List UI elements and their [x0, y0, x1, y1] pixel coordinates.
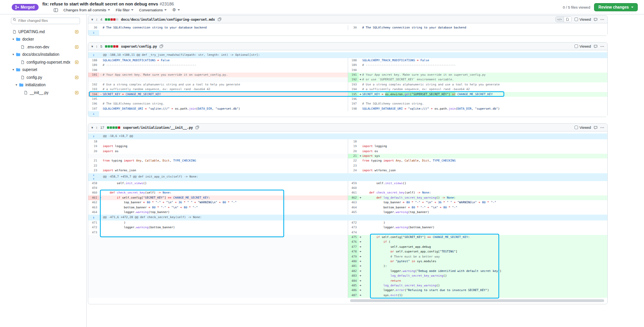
line-number[interactable]: 18	[348, 139, 359, 144]
expand-context-icon[interactable]: ↑	[93, 53, 95, 57]
line-number[interactable]: 30	[88, 25, 99, 30]
code-line[interactable]: import logging	[359, 144, 607, 149]
viewed-checkbox[interactable]: Viewed	[575, 18, 591, 21]
code-line[interactable]: # a sufficiently random sequence, ex: op…	[99, 87, 348, 92]
code-line[interactable]: SQLALCHEMY_DATABASE_URI = "sqlite:///" +…	[359, 107, 607, 111]
code-line[interactable]: # The SQLAlchemy connection string.	[99, 101, 348, 106]
line-number[interactable]: 20	[88, 149, 99, 154]
code-line[interactable]	[359, 97, 607, 101]
code-line[interactable]: + # There must be a better way	[359, 254, 607, 259]
line-number[interactable]: 458	[88, 181, 99, 186]
line-number[interactable]: 460	[88, 190, 99, 195]
line-number[interactable]: 460	[348, 186, 359, 190]
checkbox-icon[interactable]	[575, 18, 578, 21]
line-number[interactable]: 459	[348, 181, 359, 186]
line-number[interactable]: 189	[88, 63, 99, 68]
file-path[interactable]: docs/docs/installation/configuring-super…	[121, 18, 215, 21]
code-line[interactable]: def check_secret_key(self) -> None:	[359, 190, 607, 195]
line-number[interactable]: 22	[88, 164, 99, 168]
line-number[interactable]: 20	[348, 149, 359, 154]
line-number[interactable]: 189	[348, 63, 359, 68]
line-number[interactable]: 478	[348, 249, 359, 254]
horizontal-scrollbar[interactable]	[350, 299, 604, 302]
collapse-file-icon[interactable]: ▾	[91, 44, 93, 48]
line-number[interactable]: 481	[348, 264, 359, 268]
line-number[interactable]: 19	[88, 144, 99, 149]
code-line[interactable]	[359, 186, 607, 190]
line-number[interactable]: 464	[88, 210, 99, 215]
line-number[interactable]: 23	[88, 168, 99, 173]
diff-settings-gear[interactable]: ⚙	[172, 7, 180, 12]
expand-down-icon[interactable]: ↓	[88, 111, 99, 117]
line-number[interactable]: 24	[348, 168, 359, 173]
tree-folder-docs/docs/installation[interactable]: ▾docs/docs/installation	[11, 51, 80, 59]
line-number[interactable]: 462	[348, 195, 359, 200]
code-line[interactable]: def check_secret_key(self) -> None:	[99, 190, 348, 195]
line-number[interactable]: 475	[348, 235, 359, 240]
code-line[interactable]	[359, 230, 607, 235]
sidebar-toggle-icon[interactable]	[53, 8, 58, 12]
checkbox-icon[interactable]	[575, 44, 578, 48]
tree-folder-superset[interactable]: ▾superset	[11, 66, 80, 74]
line-number[interactable]: 484	[348, 279, 359, 283]
code-line[interactable]: # Use a strong complex alphanumeric stri…	[359, 82, 607, 87]
code-line[interactable]: SQLALCHEMY_TRACK_MODIFICATIONS = False	[359, 58, 607, 63]
file-filter-dropdown[interactable]: File filter	[116, 8, 133, 12]
code-line[interactable]	[99, 186, 348, 190]
copy-path-button[interactable]	[196, 126, 199, 129]
review-changes-button[interactable]: Review changes	[594, 3, 638, 11]
code-line[interactable]: + self.superset_app.debug	[359, 245, 607, 249]
code-line[interactable]: # The SQLAlchemy connection string to yo…	[359, 25, 607, 30]
line-number[interactable]: 461	[348, 190, 359, 195]
line-number[interactable]: 480	[348, 259, 359, 264]
line-number[interactable]: 463	[348, 200, 359, 205]
code-line[interactable]: # The SQLAlchemy connection string.	[359, 101, 607, 106]
line-number[interactable]: 459	[88, 186, 99, 190]
viewed-checkbox[interactable]: Viewed	[575, 126, 591, 130]
code-line[interactable]: +# Your App secret key. Make sure you ov…	[359, 73, 607, 77]
unfold-all-icon[interactable]: ↕	[96, 126, 98, 130]
line-number[interactable]: 198	[348, 107, 359, 111]
source-diff-button[interactable]: </>	[556, 17, 564, 22]
expand-context-icon[interactable]: ↓	[93, 173, 95, 177]
line-number[interactable]: 483	[348, 274, 359, 278]
line-number[interactable]: 188	[88, 58, 99, 63]
comment-button[interactable]	[594, 44, 598, 48]
line-number[interactable]: 472	[88, 225, 99, 230]
code-line[interactable]: from typing import Any, Callable, Dict, …	[359, 158, 607, 163]
tree-file-configuring-superset.mdx[interactable]: configuring-superset.mdx	[11, 59, 80, 66]
copy-path-button[interactable]	[160, 44, 163, 48]
code-line[interactable]: # --------------------------------------…	[359, 63, 607, 68]
line-number[interactable]: 195	[88, 97, 99, 101]
comment-button[interactable]	[594, 126, 598, 130]
code-line[interactable]: + if self.config["SECRET_KEY"] == CHANGE…	[359, 235, 607, 240]
code-line[interactable]: logger.warning(top_banner)	[359, 210, 607, 215]
code-line[interactable]: SQLALCHEMY_TRACK_MODIFICATIONS = False	[99, 58, 348, 63]
line-number[interactable]: 197	[88, 107, 99, 111]
line-number[interactable]: 482	[348, 269, 359, 274]
code-line[interactable]: +# or use `SUPERSET_SECRET_KEY` environm…	[359, 77, 607, 82]
tree-folder-docker[interactable]: ▾docker	[11, 36, 80, 43]
file-options-button[interactable]	[600, 126, 604, 130]
viewed-checkbox[interactable]: Viewed	[575, 44, 591, 48]
code-line[interactable]: -SECRET_KEY = CHANGE_ME_SECRET_KEY	[99, 92, 348, 97]
line-number[interactable]: 18	[88, 139, 99, 144]
unfold-all-icon[interactable]: ↕	[96, 18, 98, 21]
line-number[interactable]: 194	[348, 87, 359, 92]
line-number[interactable]: 197	[348, 101, 359, 106]
line-number[interactable]: 464	[348, 205, 359, 210]
conversations-dropdown[interactable]: Conversations	[139, 8, 167, 12]
code-line[interactable]: + log_default_secret_key_warning()	[359, 283, 607, 288]
line-number[interactable]: 476	[348, 240, 359, 244]
code-line[interactable]: logger.warning(bottom_banner)	[99, 225, 348, 230]
expand-context-icon[interactable]: ↑	[93, 177, 95, 181]
code-line[interactable]: import wtforms_json	[359, 168, 607, 173]
code-line[interactable]: self.init_views()	[99, 181, 348, 186]
line-number[interactable]: 474	[348, 230, 359, 235]
code-line[interactable]: + logger.warning("Debug mode identified …	[359, 269, 607, 274]
code-line[interactable]: + log_default_secret_key_warning()	[359, 274, 607, 278]
code-line[interactable]: SQLALCHEMY_DATABASE_URI = "sqlite:///" +…	[99, 107, 348, 111]
expand-down-icon[interactable]: ↓	[88, 30, 99, 36]
code-line[interactable]: + return	[359, 279, 607, 283]
line-number[interactable]: 191	[348, 73, 359, 77]
